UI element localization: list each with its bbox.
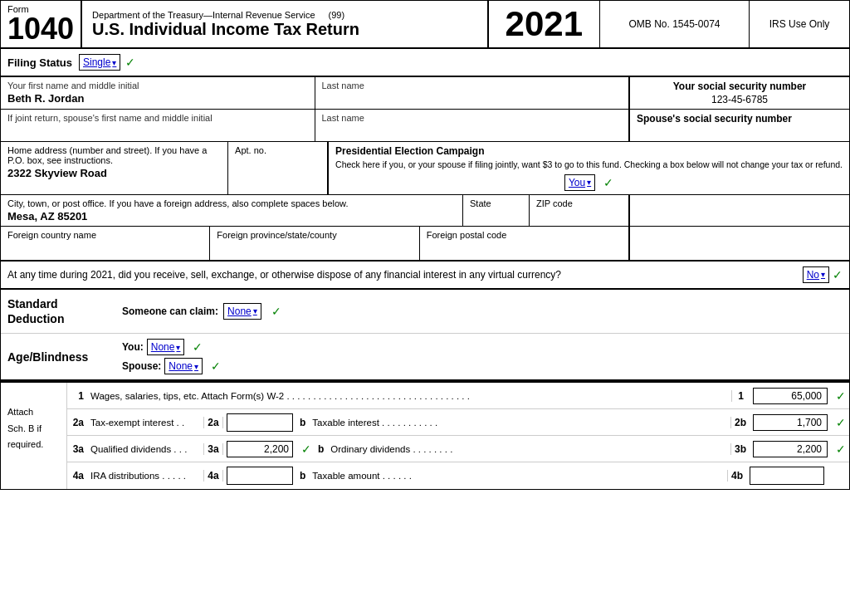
line1-desc: Wages, salaries, tips, etc. Attach Form(… bbox=[87, 388, 731, 404]
presidential-text: Check here if you, or your spouse if fil… bbox=[335, 159, 843, 171]
line4a-desc: IRA distributions . . . . . bbox=[87, 467, 203, 484]
standard-deduction-row: Standard Deduction Someone can claim: No… bbox=[1, 290, 849, 334]
line2a-input[interactable] bbox=[227, 413, 293, 432]
line4b-label: 4b bbox=[727, 470, 746, 482]
someone-claim-arrow: ▾ bbox=[253, 306, 257, 315]
line3b-b: b bbox=[315, 443, 327, 455]
line3a-desc: Qualified dividends . . . bbox=[87, 441, 203, 457]
omb-number: OMB No. 1545-0074 bbox=[628, 18, 720, 30]
virtual-currency-arrow: ▾ bbox=[821, 270, 825, 279]
line1-num: 1 bbox=[67, 390, 87, 402]
foreign-postal-label: Foreign postal code bbox=[427, 230, 622, 240]
age-you-arrow: ▾ bbox=[176, 343, 180, 352]
line3a-label: 3a bbox=[203, 443, 223, 455]
virtual-currency-question: At any time during 2021, did you receive… bbox=[7, 269, 796, 281]
line4a-input[interactable] bbox=[227, 467, 293, 485]
line1-value-box[interactable]: 65,000 bbox=[753, 388, 828, 404]
virtual-currency-row: At any time during 2021, did you receive… bbox=[1, 262, 849, 290]
line2b-value-box[interactable]: 1,700 bbox=[753, 414, 828, 431]
foreign-country-label: Foreign country name bbox=[7, 230, 203, 240]
age-spouse-arrow: ▾ bbox=[194, 362, 198, 371]
line1-label-right: 1 bbox=[731, 390, 750, 402]
foreign-province-label: Foreign province/state/county bbox=[217, 230, 412, 240]
line2b-desc: Taxable interest . . . . . . . . . . . bbox=[309, 414, 730, 431]
line2b-label: 2b bbox=[730, 417, 750, 428]
standard-deduction-label2: Deduction bbox=[7, 311, 115, 326]
ssn-value: 123-45-6785 bbox=[637, 94, 843, 105]
city-value: Mesa, AZ 85201 bbox=[7, 210, 456, 222]
line3b-value-box[interactable]: 2,200 bbox=[753, 441, 828, 457]
filing-status-check: ✓ bbox=[125, 56, 135, 69]
state-label: State bbox=[470, 198, 522, 208]
form-title: U.S. Individual Income Tax Return bbox=[92, 20, 476, 39]
someone-claim-dropdown[interactable]: None ▾ bbox=[223, 303, 261, 320]
line2b-b: b bbox=[296, 417, 309, 428]
line3b-label: 3b bbox=[730, 443, 750, 455]
presidential-you-dropdown[interactable]: You ▾ bbox=[564, 174, 595, 191]
zip-label: ZIP code bbox=[536, 198, 622, 208]
spouse-ssn-block: Spouse's social security number bbox=[629, 110, 849, 141]
line1-check: ✓ bbox=[836, 389, 846, 403]
filing-status-arrow: ▾ bbox=[112, 58, 116, 67]
presidential-title: Presidential Election Campaign bbox=[335, 145, 843, 157]
line4b-b: b bbox=[296, 470, 309, 482]
age-you-label: You: bbox=[122, 341, 144, 353]
virtual-currency-dropdown[interactable]: No ▾ bbox=[803, 266, 829, 283]
someone-claim-label: Someone can claim: bbox=[122, 306, 218, 317]
home-address-value: 2322 Skyview Road bbox=[7, 167, 221, 179]
income-line1: 1 Wages, salaries, tips, etc. Attach For… bbox=[67, 383, 849, 409]
apt-label: Apt. no. bbox=[235, 145, 320, 155]
line3b-desc: Ordinary dividends . . . . . . . . bbox=[327, 441, 730, 457]
income-line4: 4a IRA distributions . . . . . 4a b Taxa… bbox=[67, 462, 849, 489]
home-address-label: Home address (number and street). If you… bbox=[7, 145, 221, 165]
age-spouse-label: Spouse: bbox=[122, 360, 161, 372]
first-name-label: Your first name and middle initial bbox=[7, 81, 308, 90]
spouse-name-row: If joint return, spouse's first name and… bbox=[1, 110, 849, 142]
city-row: City, town, or post office. If you have … bbox=[1, 195, 849, 227]
attach-label: Attach Sch. B if required. bbox=[1, 383, 67, 489]
line4a-label: 4a bbox=[203, 470, 223, 482]
line4a-num: 4a bbox=[67, 470, 87, 482]
income-section: Attach Sch. B if required. 1 Wages, sala… bbox=[1, 381, 849, 489]
line2a-desc: Tax-exempt interest . . bbox=[87, 414, 203, 431]
virtual-currency-check: ✓ bbox=[833, 268, 843, 281]
presidential-arrow: ▾ bbox=[587, 178, 591, 187]
someone-claim-check: ✓ bbox=[271, 305, 281, 318]
form-number: 1040 bbox=[7, 14, 74, 44]
taxpayer-first-name: Beth R. Jordan bbox=[7, 92, 308, 105]
age-blindness-row: Age/Blindness You: None ▾ ✓ Spouse: None… bbox=[1, 334, 849, 381]
tax-year: 2021 bbox=[506, 4, 583, 44]
line3a-check: ✓ bbox=[301, 442, 311, 456]
last-name-label: Last name bbox=[322, 81, 623, 90]
age-you-check: ✓ bbox=[193, 340, 203, 354]
line3a-input[interactable]: 2,200 bbox=[227, 441, 293, 457]
line3a-num: 3a bbox=[67, 443, 87, 455]
age-spouse-dropdown[interactable]: None ▾ bbox=[164, 358, 203, 374]
form-code: (99) bbox=[329, 10, 345, 20]
spouse-last-name-label: Last name bbox=[322, 113, 623, 123]
presidential-check: ✓ bbox=[603, 176, 613, 189]
filing-status-dropdown[interactable]: Single ▾ bbox=[79, 54, 120, 71]
age-you-dropdown[interactable]: None ▾ bbox=[147, 339, 185, 355]
income-line3: 3a Qualified dividends . . . 3a 2,200 ✓ … bbox=[67, 436, 849, 462]
taxpayer-name-row: Your first name and middle initial Beth … bbox=[1, 77, 849, 110]
form-header: Form 1040 Department of the Treasury—Int… bbox=[1, 1, 849, 49]
foreign-row: Foreign country name Foreign province/st… bbox=[1, 227, 849, 262]
income-line2: 2a Tax-exempt interest . . 2a b Taxable … bbox=[67, 409, 849, 436]
line2a-label: 2a bbox=[203, 417, 223, 428]
line2b-check: ✓ bbox=[836, 416, 846, 429]
spouse-first-name-label: If joint return, spouse's first name and… bbox=[7, 113, 308, 123]
filing-status-row: Filing Status Single ▾ ✓ bbox=[1, 49, 849, 77]
city-label: City, town, or post office. If you have … bbox=[7, 198, 456, 208]
irs-use-only: IRS Use Only bbox=[769, 18, 830, 30]
line4b-value-box[interactable] bbox=[750, 467, 824, 485]
line2a-num: 2a bbox=[67, 417, 87, 428]
age-blindness-label: Age/Blindness bbox=[7, 350, 115, 364]
address-row: Home address (number and street). If you… bbox=[1, 142, 849, 195]
ssn-label: Your social security number bbox=[637, 81, 843, 92]
presidential-block: Presidential Election Campaign Check her… bbox=[328, 142, 849, 194]
age-spouse-check: ✓ bbox=[211, 359, 221, 373]
department-name: Department of the Treasury—Internal Reve… bbox=[92, 10, 315, 20]
filing-status-label: Filing Status bbox=[7, 56, 72, 69]
line4b-desc: Taxable amount . . . . . . bbox=[309, 467, 727, 484]
